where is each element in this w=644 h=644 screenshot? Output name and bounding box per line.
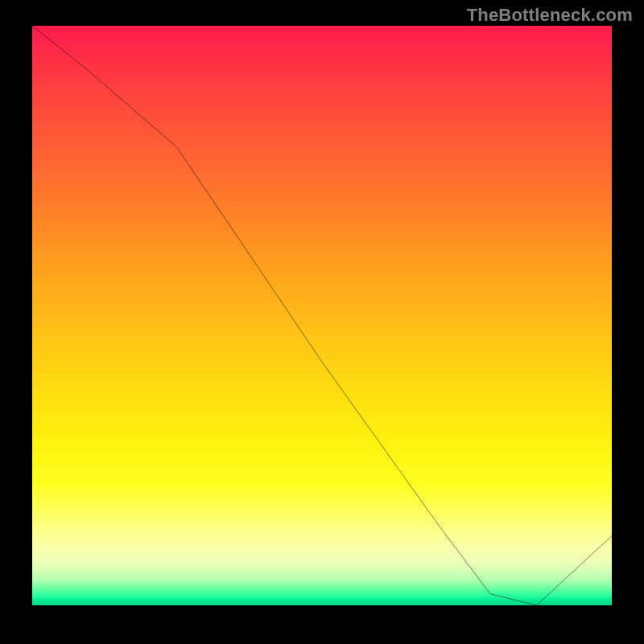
watermark-text: TheBottleneck.com — [467, 5, 633, 26]
curve-svg — [32, 26, 612, 605]
plot-area — [32, 26, 612, 605]
bottleneck-curve — [32, 26, 612, 605]
chart-stage: TheBottleneck.com — [0, 0, 644, 644]
